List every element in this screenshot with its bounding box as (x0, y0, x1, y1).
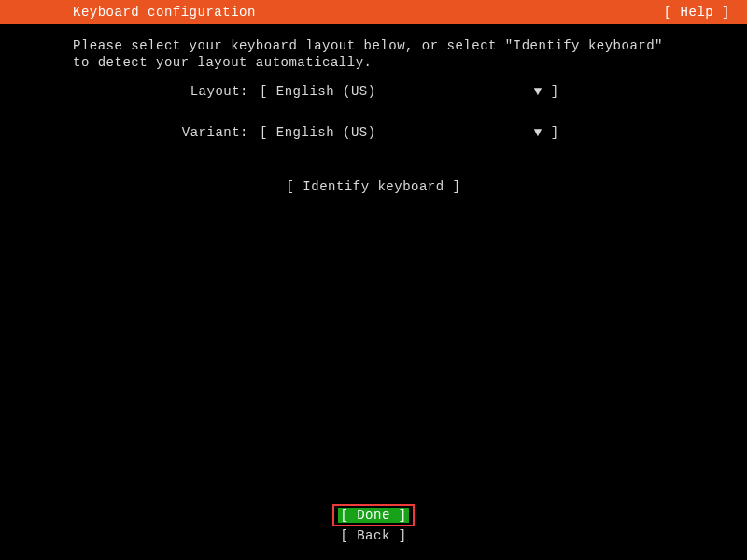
main-content: Please select your keyboard layout below… (0, 24, 747, 194)
page-title: Keyboard configuration (73, 5, 256, 20)
done-button-row: [ Done ] (332, 504, 414, 526)
chevron-down-icon: ▼ (534, 125, 543, 140)
layout-select[interactable]: [ English (US) ▼ ] (260, 84, 559, 99)
done-button[interactable]: [ Done ] (338, 508, 408, 523)
instruction-text: Please select your keyboard layout below… (73, 37, 674, 71)
chevron-down-icon: ▼ (534, 84, 543, 99)
bracket-close: ] (551, 84, 559, 99)
done-highlight: [ Done ] (332, 504, 414, 526)
layout-label: Layout: (73, 84, 260, 99)
variant-value: English (US) (276, 125, 530, 140)
help-button[interactable]: [ Help ] (664, 5, 730, 20)
header-bar: Keyboard configuration [ Help ] (0, 0, 747, 24)
footer-buttons: [ Done ] [ Back ] (0, 504, 747, 543)
layout-row: Layout: [ English (US) ▼ ] (73, 84, 674, 99)
variant-select[interactable]: [ English (US) ▼ ] (260, 125, 559, 140)
bracket-open: [ (260, 84, 268, 99)
layout-value: English (US) (276, 84, 530, 99)
back-button[interactable]: [ Back ] (334, 528, 412, 543)
variant-row: Variant: [ English (US) ▼ ] (73, 125, 674, 140)
back-button-row: [ Back ] (334, 528, 412, 543)
bracket-close: ] (551, 125, 559, 140)
identify-keyboard-button[interactable]: [ Identify keyboard ] (73, 179, 674, 194)
bracket-open: [ (260, 125, 268, 140)
variant-label: Variant: (73, 125, 260, 140)
